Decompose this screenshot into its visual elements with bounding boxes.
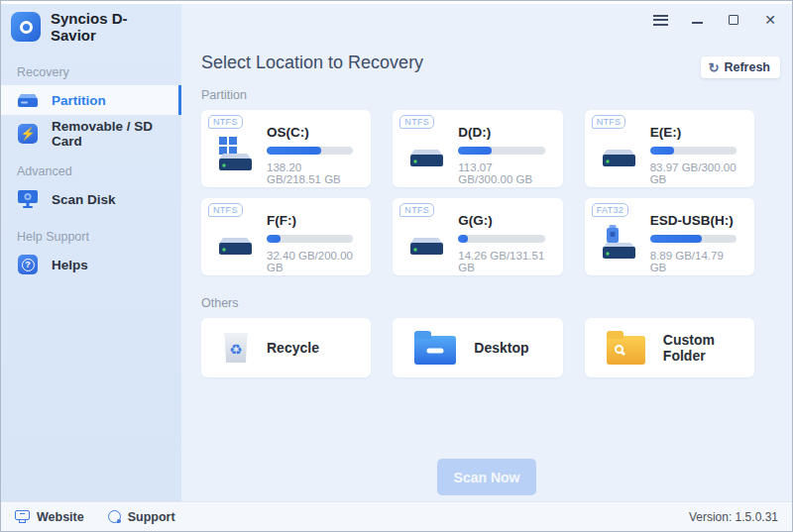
fs-badge: NTFS [592,115,626,129]
others-section-label: Others [201,296,754,310]
brand: Syncios D-Savior [1,1,181,50]
fs-badge: NTFS [399,203,434,217]
usage-bar [458,235,544,243]
main-panel: Select Location to Recovery ↻ Refresh Pa… [181,1,792,501]
system-drive-icon [213,136,255,173]
fs-badge: NTFS [208,203,243,217]
scan-now-button[interactable]: Scan Now [437,459,536,495]
drive-capacity: 83.97 GB/300.00 GB [650,161,736,185]
website-monitor-icon [15,510,30,520]
usage-bar [650,235,736,243]
custom-folder-card[interactable]: Custom Folder [585,318,754,377]
website-label: Website [37,510,84,524]
usage-bar [267,147,353,155]
sidebar-item-label: Scan Disk [52,192,116,207]
fs-badge: FAT32 [592,203,628,217]
drive-icon [404,228,446,258]
drive-capacity: 113.07 GB/300.00 GB [458,161,544,185]
fs-badge: NTFS [399,115,434,129]
partition-section-label: Partition [201,88,754,102]
partition-drive-icon [17,89,39,111]
scan-disk-icon [17,188,39,210]
usage-bar [267,235,353,243]
support-label: Support [128,510,175,524]
refresh-label: Refresh [724,60,770,74]
drive-card-f[interactable]: NTFS F(F:) 32.40 GB/200.00 GB [201,198,371,275]
support-link[interactable]: Support [108,510,175,524]
desktop-card[interactable]: Desktop [393,318,562,377]
usage-bar [458,147,544,155]
drive-card-d[interactable]: NTFS D(D:) 113.07 GB/300.00 GB [393,110,562,187]
sd-card-icon: ⚡ [17,123,39,145]
sidebar-item-label: Partition [52,93,106,108]
other-card-label: Recycle [267,340,319,356]
maximize-icon [729,15,738,25]
sidebar-item-label: Helps [52,258,88,272]
drive-capacity: 14.26 GB/131.51 GB [458,250,544,273]
sidebar-item-label: Removable / SD Card [52,119,181,149]
sidebar-item-helps[interactable]: ? Helps [1,250,181,279]
sidebar: Syncios D-Savior Recovery Partition ⚡ Re… [1,1,181,501]
drive-name: F(F:) [267,213,353,228]
drive-name: D(D:) [458,125,544,140]
drive-capacity: 8.89 GB/14.79 GB [650,250,736,273]
hamburger-icon [653,15,668,26]
app-title: Syncios D-Savior [51,10,170,44]
drive-card-os-c[interactable]: NTFS OS(C:) 138.20 GB/218.51 GB [201,110,371,187]
refresh-icon: ↻ [709,61,720,74]
minimize-button[interactable] [689,13,705,27]
help-icon: ? [17,254,39,275]
others-grid: ♻ Recycle Desktop Custom Folder [201,318,754,377]
drive-name: E(E:) [650,125,736,140]
menu-button[interactable] [652,13,668,27]
minimize-icon [692,22,703,24]
drive-card-g[interactable]: NTFS G(G:) 14.26 GB/131.51 GB [393,198,562,275]
other-card-label: Custom Folder [663,332,754,364]
refresh-button[interactable]: ↻ Refresh [701,56,780,78]
sidebar-section-help-support: Help Support [17,230,166,244]
app-window: Syncios D-Savior Recovery Partition ⚡ Re… [0,0,793,532]
support-headset-icon [108,510,121,523]
close-button[interactable]: ✕ [762,13,778,27]
close-icon: ✕ [764,13,776,27]
window-top-border [1,1,792,4]
drive-icon [597,140,638,169]
drive-icon [213,228,255,258]
desktop-folder-icon [414,336,456,365]
sidebar-section-recovery: Recovery [17,65,166,79]
recycle-bin-icon: ♻ [223,333,249,363]
website-link[interactable]: Website [15,510,84,524]
maximize-button[interactable] [726,13,741,27]
partition-grid: NTFS OS(C:) 138.20 GB/218.51 GB [201,110,754,275]
sidebar-item-scan-disk[interactable]: Scan Disk [1,184,181,214]
drive-capacity: 32.40 GB/200.00 GB [267,250,353,273]
drive-icon [404,140,446,169]
footer: Website Support Version: 1.5.0.31 [1,501,792,531]
sidebar-item-removable-sd-card[interactable]: ⚡ Removable / SD Card [1,119,181,149]
sidebar-section-advanced: Advanced [17,164,166,178]
fs-badge: NTFS [208,115,243,129]
version-text: Version: 1.5.0.31 [689,510,778,524]
custom-folder-icon [607,336,645,365]
drive-card-e[interactable]: NTFS E(E:) 83.97 GB/300.00 GB [585,110,754,187]
usage-bar [650,147,736,155]
app-logo-icon [11,12,41,42]
drive-name: G(G:) [458,213,544,228]
drive-card-esd-usb-h[interactable]: FAT32 ESD-USB(H:) 8.89 GB/14.79 GB [585,198,754,275]
window-controls: ✕ [652,13,778,27]
drive-name: ESD-USB(H:) [650,213,736,228]
page-title: Select Location to Recovery [201,53,754,73]
other-card-label: Desktop [474,340,528,356]
drive-name: OS(C:) [267,125,353,140]
sidebar-item-partition[interactable]: Partition [1,85,181,115]
usb-drive-icon [597,224,638,262]
drive-capacity: 138.20 GB/218.51 GB [267,161,353,185]
recycle-card[interactable]: ♻ Recycle [201,318,371,377]
